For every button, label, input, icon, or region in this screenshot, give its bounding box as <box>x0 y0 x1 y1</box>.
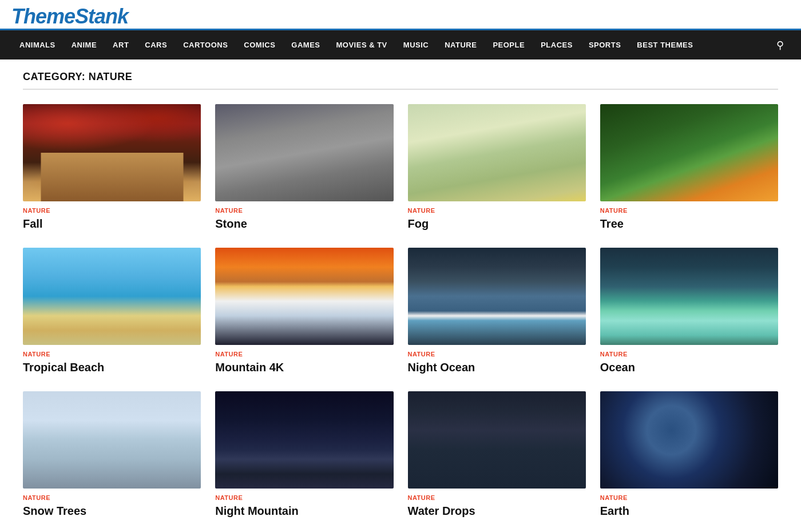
card-category-earth: NATURE <box>600 494 778 501</box>
card-image-tropical-beach <box>23 248 201 345</box>
nav-item-comics[interactable]: COMICS <box>236 30 283 59</box>
card-night-ocean[interactable]: NATURENight Ocean <box>408 248 586 374</box>
card-fog[interactable]: NATUREFog <box>408 104 586 231</box>
card-category-stone: NATURE <box>215 207 393 214</box>
nav-item-animals[interactable]: ANIMALS <box>11 30 64 59</box>
card-title-night-mountain: Night Mountain <box>215 504 393 518</box>
card-image-earth <box>600 391 778 489</box>
nav-item-movies-tv[interactable]: MOVIES & TV <box>328 30 395 59</box>
nav-item-art[interactable]: ART <box>105 30 137 59</box>
main-nav: ANIMALSANIMEARTCARSCARTOONSCOMICSGAMESMO… <box>0 30 801 59</box>
nav-item-anime[interactable]: ANIME <box>64 30 105 59</box>
card-category-tree: NATURE <box>600 207 778 214</box>
card-category-snow-trees: NATURE <box>23 494 201 501</box>
card-category-ocean: NATURE <box>600 351 778 358</box>
card-image-mountain-4k <box>215 248 393 345</box>
card-category-night-ocean: NATURE <box>408 351 586 358</box>
card-mountain-4k[interactable]: NATUREMountain 4K <box>215 248 393 374</box>
card-fall[interactable]: NATUREFall <box>23 104 201 231</box>
card-category-fog: NATURE <box>408 207 586 214</box>
card-tree[interactable]: NATURETree <box>600 104 778 231</box>
card-ocean[interactable]: NATUREOcean <box>600 248 778 374</box>
nav-links: ANIMALSANIMEARTCARSCARTOONSCOMICSGAMESMO… <box>11 30 701 59</box>
card-image-water-drops <box>408 391 586 489</box>
nav-item-games[interactable]: GAMES <box>283 30 328 59</box>
logo-bar: ThemeStank <box>0 0 801 30</box>
card-category-tropical-beach: NATURE <box>23 351 201 358</box>
card-night-mountain[interactable]: NATURENight Mountain <box>215 391 393 518</box>
nav-item-music[interactable]: MUSIC <box>395 30 437 59</box>
card-title-mountain-4k: Mountain 4K <box>215 360 393 374</box>
card-category-mountain-4k: NATURE <box>215 351 393 358</box>
card-title-stone: Stone <box>215 217 393 231</box>
category-heading: CATEGORY: NATURE <box>23 71 778 90</box>
card-title-night-ocean: Night Ocean <box>408 360 586 374</box>
nav-item-nature[interactable]: NATURE <box>437 30 485 59</box>
card-earth[interactable]: NATUREEarth <box>600 391 778 518</box>
card-title-snow-trees: Snow Trees <box>23 504 201 518</box>
card-title-earth: Earth <box>600 504 778 518</box>
card-title-water-drops: Water Drops <box>408 504 586 518</box>
card-stone[interactable]: NATUREStone <box>215 104 393 231</box>
card-grid: NATUREFallNATUREStoneNATUREFogNATURETree… <box>23 104 778 518</box>
card-snow-trees[interactable]: NATURESnow Trees <box>23 391 201 518</box>
nav-item-cartoons[interactable]: CARTOONS <box>175 30 236 59</box>
card-image-ocean <box>600 248 778 345</box>
card-category-water-drops: NATURE <box>408 494 586 501</box>
card-image-fog <box>408 104 586 201</box>
card-image-fall <box>23 104 201 201</box>
nav-item-sports[interactable]: SPORTS <box>581 30 629 59</box>
card-image-snow-trees <box>23 391 201 489</box>
site-logo[interactable]: ThemeStank <box>11 5 128 28</box>
card-image-night-ocean <box>408 248 586 345</box>
card-image-night-mountain <box>215 391 393 489</box>
card-title-tropical-beach: Tropical Beach <box>23 360 201 374</box>
nav-item-best-themes[interactable]: BEST THEMES <box>629 30 701 59</box>
search-icon[interactable]: ⚲ <box>771 33 790 57</box>
card-category-night-mountain: NATURE <box>215 494 393 501</box>
card-image-tree <box>600 104 778 201</box>
nav-item-places[interactable]: PLACES <box>533 30 581 59</box>
card-water-drops[interactable]: NATUREWater Drops <box>408 391 586 518</box>
card-image-stone <box>215 104 393 201</box>
nav-item-people[interactable]: PEOPLE <box>485 30 533 59</box>
card-tropical-beach[interactable]: NATURETropical Beach <box>23 248 201 374</box>
card-title-fog: Fog <box>408 217 586 231</box>
main-content: CATEGORY: NATURE NATUREFallNATUREStoneNA… <box>11 59 790 532</box>
card-category-fall: NATURE <box>23 207 201 214</box>
card-title-ocean: Ocean <box>600 360 778 374</box>
card-title-fall: Fall <box>23 217 201 231</box>
card-title-tree: Tree <box>600 217 778 231</box>
nav-item-cars[interactable]: CARS <box>137 30 175 59</box>
